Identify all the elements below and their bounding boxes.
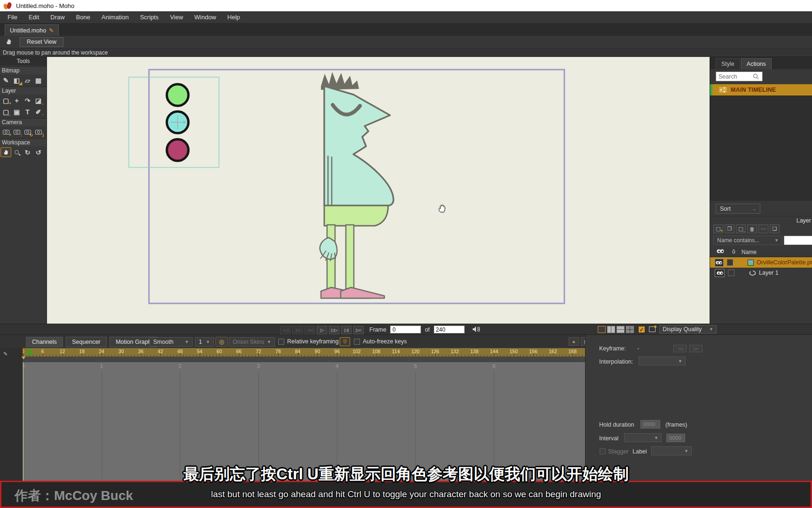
new-layer-button[interactable]: ▢+: [713, 224, 723, 233]
fast-forward-button[interactable]: ▷▷: [329, 326, 339, 334]
jump-next-keyframe-button[interactable]: ▷○: [353, 326, 364, 334]
safe-frame-icon[interactable]: [649, 326, 656, 332]
fill-tool[interactable]: ◧◢: [11, 75, 22, 85]
step-back-button[interactable]: ◁◁: [304, 326, 315, 334]
layer-stack-button[interactable]: ❏: [770, 224, 780, 233]
camera-roll-tool[interactable]: ↻: [22, 127, 33, 137]
duplicate-layer-button[interactable]: ❐: [725, 224, 734, 233]
tab-style[interactable]: Style: [716, 58, 740, 69]
timeline-grid[interactable]: 0123456: [23, 362, 585, 481]
tab-actions[interactable]: Actions: [741, 58, 772, 69]
menu-scripts[interactable]: Scripts: [134, 11, 164, 24]
menu-window[interactable]: Window: [189, 11, 222, 24]
speaker-icon[interactable]: [472, 326, 481, 333]
select-layer-tool[interactable]: ▣: [11, 107, 22, 117]
layer-name[interactable]: OrvilleColorPalette.pr: [757, 259, 812, 266]
new-reference-layer-button[interactable]: ▢→: [736, 224, 746, 233]
layer-row-orvillecolorpalette[interactable]: OrvilleColorPalette.pr: [710, 257, 812, 268]
palette-circle-crimson[interactable]: [167, 139, 188, 161]
sort-dropdown[interactable]: Sort ⌄: [716, 204, 760, 214]
new-layer-tool[interactable]: ▢+: [0, 95, 11, 105]
layer-checkbox[interactable]: [728, 270, 734, 276]
freehand-tool[interactable]: ✐·: [33, 107, 44, 117]
zoom-workspace-tool[interactable]: [11, 147, 22, 157]
collapse-timeline-button[interactable]: ▲: [569, 337, 579, 346]
layer-import-tool[interactable]: ◪↓: [33, 95, 44, 105]
auto-freeze-checkbox[interactable]: [354, 339, 360, 345]
pan-workspace-tool[interactable]: [0, 147, 11, 157]
hold-duration-label: Hold duration: [599, 421, 634, 428]
action-main-timeline-row[interactable]: MAIN TIMELINE: [710, 84, 812, 95]
interval-dropdown[interactable]: ▼: [624, 433, 662, 442]
total-frames-input[interactable]: [434, 325, 465, 333]
search-input[interactable]: [716, 73, 753, 80]
single-view-button[interactable]: [598, 326, 606, 333]
playhead-triangle[interactable]: [27, 349, 34, 356]
tab-untitled-moho[interactable]: Untitled.moho ✎: [5, 24, 59, 36]
add-point-tool[interactable]: +: [11, 95, 22, 105]
ruler-frame-48: 48: [175, 349, 185, 354]
keyframe-count-dropdown[interactable]: 1 ▼: [195, 337, 214, 347]
palette-circle-green[interactable]: [167, 84, 188, 106]
tab-sequencer[interactable]: Sequencer: [66, 337, 106, 347]
menu-draw[interactable]: Draw: [45, 11, 70, 24]
relative-keyframing-checkbox[interactable]: [278, 339, 284, 345]
camera-pan-tilt-tool[interactable]: ): [33, 127, 44, 137]
next-keyframe-button[interactable]: ▷○: [689, 345, 703, 352]
split-vertical-view-button[interactable]: [607, 326, 615, 333]
layer-visibility-toggle[interactable]: [715, 269, 725, 277]
second-label-5: 5: [411, 363, 420, 369]
menu-animation[interactable]: Animation: [96, 11, 134, 24]
menu-bone[interactable]: Bone: [70, 11, 96, 24]
quality-checkbox[interactable]: ✓: [638, 326, 645, 333]
character-drawing: [320, 72, 394, 298]
workspace-canvas[interactable]: [47, 57, 710, 324]
jump-start-button[interactable]: |◁: [292, 326, 303, 334]
hold-duration-input[interactable]: 0000: [640, 420, 660, 429]
jump-prev-keyframe-button[interactable]: ○◁: [280, 326, 290, 334]
prev-keyframe-button[interactable]: ○◁: [673, 345, 687, 352]
play-button[interactable]: ▷: [317, 326, 327, 334]
sort-label: Sort: [720, 206, 731, 212]
text-tool[interactable]: T: [22, 107, 33, 117]
display-quality-dropdown[interactable]: Display Quality ▼: [659, 325, 717, 333]
menu-help[interactable]: Help: [222, 11, 246, 24]
layer-row-layer-1[interactable]: Layer 1: [710, 268, 812, 278]
brush-tool[interactable]: ✎: [0, 75, 11, 85]
more-options-button[interactable]: ⋯: [758, 224, 768, 233]
delete-layer-button[interactable]: 🗑︎: [747, 224, 757, 233]
interpolation-mode-dropdown[interactable]: Smooth ▼: [149, 337, 193, 347]
layer-filter-dropdown[interactable]: Name contains... ▼: [713, 236, 782, 245]
layer-checkbox[interactable]: [727, 259, 733, 266]
rotate-workspace-tool[interactable]: ↻: [22, 147, 33, 157]
actions-search-box[interactable]: [716, 71, 763, 81]
onion-skins-dropdown[interactable]: Onion Skins ▼: [229, 337, 275, 347]
send-layer-tool[interactable]: ▢→: [0, 107, 11, 117]
actions-list-area[interactable]: [710, 95, 812, 201]
jump-end-button[interactable]: ▷|: [341, 326, 351, 334]
eraser-tool[interactable]: ▱: [22, 75, 33, 85]
layer-visibility-toggle[interactable]: [715, 259, 724, 267]
keyframe-shield-button[interactable]: [340, 337, 350, 346]
tab-channels[interactable]: Channels: [26, 337, 63, 347]
camera-track-tool[interactable]: +: [0, 127, 11, 137]
stagger-checkbox[interactable]: [600, 448, 606, 454]
interpolation-dropdown[interactable]: ▼: [639, 357, 686, 365]
interval-input[interactable]: 0000: [666, 434, 685, 442]
follow-path-tool[interactable]: ↷: [22, 95, 33, 105]
menu-edit[interactable]: Edit: [23, 11, 45, 24]
quad-view-button[interactable]: [626, 326, 634, 333]
menu-file[interactable]: File: [2, 11, 23, 24]
reset-view-button[interactable]: Reset View: [20, 37, 63, 47]
camera-zoom-tool[interactable]: ↕: [11, 127, 22, 137]
orbit-workspace-tool[interactable]: ↺: [33, 147, 44, 157]
frame-ruler[interactable]: 0 61218243036424854606672788490961021081…: [23, 348, 585, 357]
menu-view[interactable]: View: [164, 11, 189, 24]
crop-tool[interactable]: ▦: [33, 75, 44, 85]
layer-name[interactable]: Layer 1: [759, 270, 779, 276]
label-dropdown[interactable]: ▼: [651, 446, 692, 455]
layer-filter-input[interactable]: [784, 236, 812, 245]
onion-skin-button[interactable]: ◎: [215, 337, 228, 347]
current-frame-input[interactable]: [390, 325, 421, 333]
split-horizontal-view-button[interactable]: [617, 326, 625, 333]
